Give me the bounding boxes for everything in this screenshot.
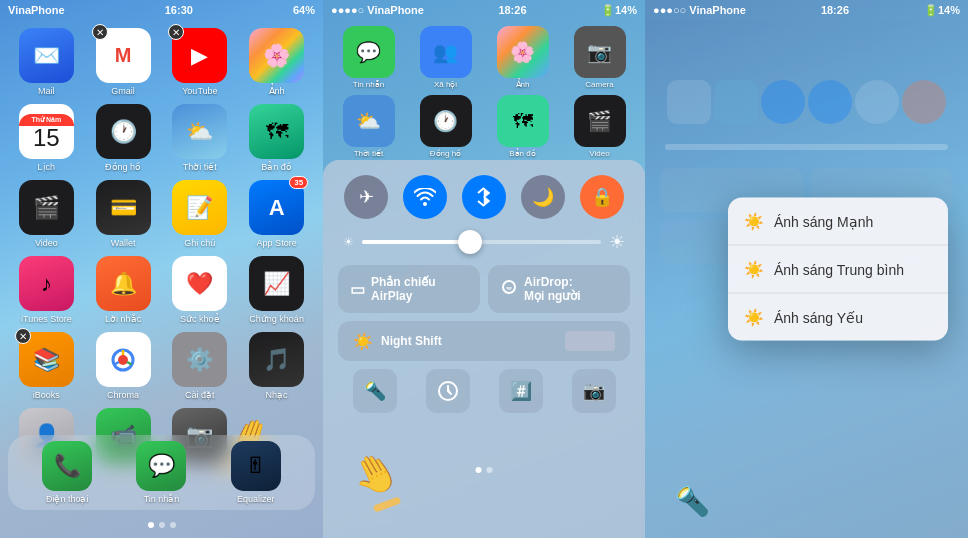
cc-wifi[interactable] (403, 175, 447, 219)
battery-3: 🔋14% (924, 4, 960, 17)
dock-eq-label: Equalizer (237, 494, 275, 504)
cc-flashlight[interactable]: 🔦 (353, 369, 397, 413)
app-maps[interactable]: 🗺 Bản đồ (242, 104, 311, 172)
cc-timer[interactable] (426, 369, 470, 413)
brightness-handle[interactable] (458, 230, 482, 254)
p2-icon-maps: 🗺 (497, 95, 549, 147)
brightness-high-label: Ánh sáng Mạnh (774, 213, 873, 229)
app-mail[interactable]: ✉️ Mail (12, 28, 81, 96)
app-weather[interactable]: ⛅ Thời tiết (166, 104, 235, 172)
app-health[interactable]: ❤️ Sức khoẻ (166, 256, 235, 324)
app-reminders[interactable]: 🔔 Lời nhắc (89, 256, 158, 324)
app-clock[interactable]: 🕐 Đồng hồ (89, 104, 158, 172)
delete-youtube[interactable]: ✕ (168, 24, 184, 40)
app-label-youtube: YouTube (182, 86, 217, 96)
p2-app-photos: 🌸 Ảnh (487, 26, 558, 89)
app-icon-itunes: ♪ (19, 256, 74, 311)
app-music[interactable]: 🎵 Nhạc (242, 332, 311, 400)
app-icon-clock: 🕐 (96, 104, 151, 159)
time-1: 16:30 (165, 4, 193, 16)
cc-rotation-lock[interactable]: 🔒 (580, 175, 624, 219)
dot-2 (159, 522, 165, 528)
cc-bottom-row: 🔦 #️⃣ 📷 (338, 369, 630, 413)
sun-icon-high: ☀️ (744, 212, 764, 231)
app-label-reminders: Lời nhắc (105, 314, 141, 324)
app-label-photos: Ảnh (269, 86, 285, 96)
svg-line-4 (115, 362, 119, 365)
app-label-stocks: Chứng khoán (249, 314, 304, 324)
time-2: 18:26 (498, 4, 526, 16)
app-wallet[interactable]: 💳 Wallet (89, 180, 158, 248)
dock-messages-icon: 💬 (136, 441, 186, 491)
carrier-3: ●●●○○ VinaPhone (653, 4, 746, 16)
app-notes[interactable]: 📝 Ghi chú (166, 180, 235, 248)
cc-brightness-row[interactable]: ☀ ☀ (338, 231, 630, 253)
svg-point-1 (118, 355, 128, 365)
p2-app-weather: ⛅ Thời tiết (333, 95, 404, 158)
app-icon-video: 🎬 (19, 180, 74, 235)
brightness-slider[interactable] (362, 240, 601, 244)
app-appstore[interactable]: 35 A App Store (242, 180, 311, 248)
dock-phone[interactable]: 📞 Điện thoại (42, 441, 92, 504)
brightness-option-high[interactable]: ☀️ Ánh sáng Mạnh (728, 198, 948, 246)
app-stocks[interactable]: 📈 Chứng khoán (242, 256, 311, 324)
swipe-dot-1 (476, 467, 482, 473)
app-icon-calendar: Thứ Năm 15 (19, 104, 74, 159)
cc-donotdisturb[interactable]: 🌙 (521, 175, 565, 219)
brightness-menu: ☀️ Ánh sáng Mạnh ☀️ Ánh sáng Trung bình … (728, 198, 948, 341)
p2-icon-social: 👥 (420, 26, 472, 78)
app-icon-notes: 📝 (172, 180, 227, 235)
app-settings[interactable]: ⚙️ Cài đặt (166, 332, 235, 400)
app-calendar[interactable]: Thứ Năm 15 Lịch (12, 104, 81, 172)
panel2-control-center: ●●●●○ VinaPhone 18:26 🔋14% 💬 Tin nhắn 👥 … (323, 0, 645, 538)
p2-icon-messages: 💬 (343, 26, 395, 78)
dot-3 (170, 522, 176, 528)
cc-airplane[interactable]: ✈ (344, 175, 388, 219)
dock: 📞 Điện thoại 💬 Tin nhắn 🎚 Equalizer (8, 435, 315, 510)
cc-airplay[interactable]: ▭ Phản chiếuAirPlay (338, 265, 480, 313)
app-icon-chrome (96, 332, 151, 387)
bg-app-row (645, 20, 968, 134)
cc-camera[interactable]: 📷 (572, 369, 616, 413)
delete-gmail[interactable]: ✕ (92, 24, 108, 40)
app-itunes[interactable]: ♪ iTunes Store (12, 256, 81, 324)
cc-bluetooth[interactable] (462, 175, 506, 219)
nightshift-icon: ☀️ (353, 332, 373, 351)
app-ibooks[interactable]: ✕ 📚 iBooks (12, 332, 81, 400)
app-photos[interactable]: 🌸 Ảnh (242, 28, 311, 96)
app-chrome[interactable]: Chroma (89, 332, 158, 400)
panel1-homescreen: VinaPhone 16:30 64% ✉️ Mail ✕ M Gmail ✕ … (0, 0, 323, 538)
app-icon-stocks: 📈 (249, 256, 304, 311)
p2-icon-weather: ⛅ (343, 95, 395, 147)
app-icon-mail: ✉️ (19, 28, 74, 83)
dock-eq[interactable]: 🎚 Equalizer (231, 441, 281, 504)
app-icon-maps: 🗺 (249, 104, 304, 159)
brightness-option-low[interactable]: ☀️ Ánh sáng Yếu (728, 294, 948, 341)
app-icon-photos: 🌸 (249, 28, 304, 83)
status-bar-1: VinaPhone 16:30 64% (0, 0, 323, 20)
app-icon-youtube: ✕ ▶ (172, 28, 227, 83)
panel3-brightness: ●●●○○ VinaPhone 18:26 🔋14% ☀️ Ánh sáng M… (645, 0, 968, 538)
cc-nightshift[interactable]: ☀️ Night Shift (338, 321, 630, 361)
app-video[interactable]: 🎬 Video (12, 180, 81, 248)
app-gmail[interactable]: ✕ M Gmail (89, 28, 158, 96)
sun-icon-medium: ☀️ (744, 260, 764, 279)
svg-line-5 (478, 188, 484, 193)
swipe-dot-2 (487, 467, 493, 473)
dock-messages-label: Tin nhắn (144, 494, 180, 504)
cc-calculator[interactable]: #️⃣ (499, 369, 543, 413)
p2-label-messages: Tin nhắn (353, 80, 384, 89)
swipe-dots (476, 467, 493, 473)
app-label-appstore: App Store (257, 238, 297, 248)
cc-airdrop[interactable]: AirDrop:Mọi người (488, 265, 630, 313)
app-youtube[interactable]: ✕ ▶ YouTube (166, 28, 235, 96)
brightness-low-label: Ánh sáng Yếu (774, 309, 863, 325)
brightness-option-medium[interactable]: ☀️ Ánh sáng Trung bình 👉 (728, 246, 948, 294)
p2-app-camera: 📷 Camera (564, 26, 635, 89)
carrier-2: ●●●●○ VinaPhone (331, 4, 424, 16)
dock-messages[interactable]: 💬 Tin nhắn (136, 441, 186, 504)
app-grid-1: ✉️ Mail ✕ M Gmail ✕ ▶ YouTube 🌸 Ảnh Thứ … (0, 20, 323, 484)
dot-1 (148, 522, 154, 528)
delete-ibooks[interactable]: ✕ (15, 328, 31, 344)
p3-flashlight-icon[interactable]: 🔦 (675, 485, 710, 518)
